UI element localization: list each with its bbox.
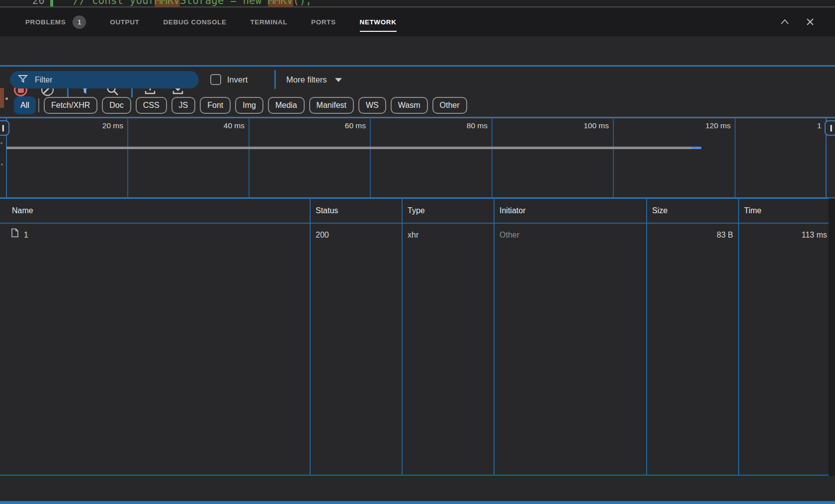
overview-gridline — [613, 118, 614, 197]
gutter-modified-indicator — [50, 0, 53, 6]
overview-top-border — [0, 117, 835, 118]
left-edge-artifact-dot — [1, 164, 3, 166]
tab-label: TERMINAL — [250, 18, 287, 26]
overview-gridline — [127, 118, 128, 197]
more-filters-label: More filters — [286, 75, 327, 84]
overview-load-bar — [6, 147, 692, 149]
chip-label: Img — [243, 101, 256, 110]
column-header-initiator[interactable]: Initiator — [500, 198, 525, 223]
type-filter-other[interactable]: Other — [432, 97, 467, 114]
chip-separator — [38, 98, 39, 112]
document-icon — [11, 224, 19, 247]
type-filter-all[interactable]: All — [14, 96, 36, 114]
column-divider — [402, 198, 403, 476]
overview-gridline — [249, 118, 250, 197]
tab-network[interactable]: NETWORK — [360, 7, 397, 36]
problems-count-badge: 1 — [73, 15, 86, 29]
tab-output[interactable]: OUTPUT — [110, 7, 139, 36]
overview-tick-label: 80 ms — [433, 120, 488, 132]
chip-label: WS — [366, 101, 379, 110]
column-divider — [494, 198, 495, 476]
left-edge-artifact — [0, 88, 4, 108]
type-filter-chips: Fetch/XHR Doc CSS JS Font Img Media Mani… — [44, 97, 467, 114]
tab-label: PORTS — [311, 18, 336, 26]
filter-input[interactable]: Filter — [10, 71, 199, 88]
tab-label: NETWORK — [360, 18, 397, 26]
overview-gridline — [370, 118, 371, 197]
left-edge-artifact-dot — [5, 97, 8, 100]
type-filter-font[interactable]: Font — [200, 97, 231, 114]
type-filter-manifest[interactable]: Manifest — [309, 97, 354, 114]
chip-label: Fetch/XHR — [51, 101, 90, 110]
overview-tick-label: 120 ms — [676, 120, 731, 132]
code-highlight: MMKV — [155, 0, 180, 6]
scrollbar-gutter — [829, 198, 835, 501]
column-header-type[interactable]: Type — [408, 198, 425, 223]
panel-maximize-chevron-up-icon[interactable] — [779, 17, 790, 26]
chip-label: Media — [275, 101, 297, 110]
overview-tick-label-partial: 1 — [817, 120, 823, 132]
request-row-name[interactable]: 1 — [11, 224, 28, 247]
column-header-name[interactable]: Name — [12, 198, 33, 223]
chip-label: Manifest — [317, 101, 346, 110]
tab-label: DEBUG CONSOLE — [163, 18, 226, 26]
overview-load-bar-tip — [692, 147, 701, 149]
editor-code-sliver: 20 // const yourMMKVStorage = new MMKV()… — [0, 0, 835, 6]
overview-window-handle-right[interactable] — [825, 120, 835, 136]
column-header-time[interactable]: Time — [744, 198, 761, 223]
chip-label: CSS — [143, 101, 160, 110]
request-row-status: 200 — [316, 224, 329, 247]
left-edge-artifact-dot — [0, 142, 2, 144]
overview-gridline — [492, 118, 493, 197]
tab-ports[interactable]: PORTS — [311, 7, 336, 36]
vscode-bottom-panel: 20 // const yourMMKVStorage = new MMKV()… — [0, 0, 835, 504]
request-row-initiator: Other — [500, 224, 519, 247]
overview-tick-label: 100 ms — [554, 120, 609, 132]
type-filter-ws[interactable]: WS — [358, 97, 386, 114]
funnel-outline-icon — [18, 75, 28, 85]
tab-terminal[interactable]: TERMINAL — [250, 7, 287, 36]
invert-checkbox[interactable] — [210, 74, 221, 85]
column-header-status[interactable]: Status — [316, 198, 338, 223]
network-toolbar — [0, 36, 835, 65]
filter-placeholder: Filter — [35, 76, 53, 84]
request-row-size: 83 B — [646, 224, 733, 247]
column-header-size[interactable]: Size — [652, 198, 668, 223]
network-status-bar: 1 requests 83 B transferred 0 B resource… — [0, 476, 835, 501]
code-segment: // const your — [73, 0, 155, 6]
type-filter-img[interactable]: Img — [235, 97, 263, 114]
type-filter-doc[interactable]: Doc — [102, 97, 131, 114]
overview-window-handle-left[interactable] — [0, 120, 9, 136]
code-segment: Storage = new — [180, 0, 268, 6]
panel-close-icon[interactable] — [805, 17, 815, 27]
column-divider — [310, 198, 311, 476]
overview-gridline — [735, 118, 736, 197]
tab-label: OUTPUT — [110, 18, 139, 26]
chip-label: Wasm — [398, 101, 420, 110]
tab-label: PROBLEMS — [25, 18, 66, 26]
type-filter-css[interactable]: CSS — [136, 97, 167, 114]
chip-label: All — [20, 101, 29, 110]
overview-tick-label: 40 ms — [190, 120, 245, 132]
more-filters-dropdown[interactable]: More filters — [286, 71, 342, 88]
chip-label: Doc — [109, 101, 123, 110]
editor-line-number: 20 — [24, 0, 45, 6]
tab-debug-console[interactable]: DEBUG CONSOLE — [163, 7, 226, 36]
chip-label: JS — [179, 101, 188, 110]
type-filter-fetch-xhr[interactable]: Fetch/XHR — [44, 97, 97, 114]
editor-code-line: // const yourMMKVStorage = new MMKV(); — [73, 0, 312, 6]
type-filter-js[interactable]: JS — [171, 97, 196, 114]
chevron-down-icon — [335, 78, 342, 82]
panel-bottom-edge — [0, 501, 835, 504]
tab-problems[interactable]: PROBLEMS 1 — [25, 7, 86, 36]
toolbar-divider-line — [0, 65, 835, 67]
invert-label[interactable]: Invert — [227, 71, 248, 88]
type-filter-media[interactable]: Media — [268, 97, 305, 114]
chip-label: Other — [440, 101, 460, 110]
panel-tab-bar: PROBLEMS 1 OUTPUT DEBUG CONSOLE TERMINAL… — [0, 7, 835, 36]
type-filter-wasm[interactable]: Wasm — [391, 97, 428, 114]
code-highlight: MMKV — [268, 0, 293, 6]
request-name: 1 — [24, 224, 28, 247]
request-row-type: xhr — [408, 224, 418, 247]
request-row-time: 113 ms — [738, 224, 827, 247]
